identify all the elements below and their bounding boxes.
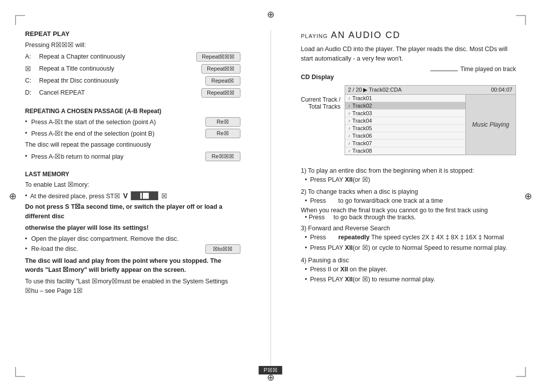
num-title-2: 2) To change tracks when a disc is playi… bbox=[301, 188, 516, 195]
track-row-7: ♪Track07 bbox=[345, 140, 465, 147]
track-name-5: Track05 bbox=[352, 125, 372, 131]
reload-btn: ☒to☒☒ bbox=[205, 244, 240, 254]
bullet-1: • bbox=[25, 118, 27, 125]
current-track-label: Current Track / bbox=[301, 96, 341, 103]
cd-display-content: ♪Track01 ♪Track02 ♪Track03 ♪Track04 ♪Tra… bbox=[345, 95, 515, 155]
bullet-sym-3b: • bbox=[305, 243, 307, 253]
bullet-sym-4b: • bbox=[305, 275, 307, 284]
num-bullet-4b: • Press PLAY XII(or ☒) to resume normal … bbox=[301, 275, 516, 284]
memory-text: At the desired place, press ST☒ bbox=[30, 192, 120, 200]
bullet-sym-1: • bbox=[305, 175, 307, 185]
repeat-item-d: D: Cancel REPEAT Repeat☒☒ bbox=[25, 88, 240, 98]
track-name-2: Track02 bbox=[352, 103, 372, 109]
track-name-3: Track03 bbox=[352, 110, 372, 116]
track-row-3: ♪Track03 bbox=[345, 110, 465, 117]
ab-item-2-text: Press A-☒t the end of the selection (poi… bbox=[31, 130, 201, 137]
cd-track-info: 2 / 20 ▶ Track02:CDA bbox=[348, 87, 402, 93]
bullet-4: • bbox=[25, 235, 27, 242]
repeat-desc-b: Repeat a Title continuously bbox=[39, 65, 197, 72]
memory-reload: • Re-load the disc. ☒to☒☒ bbox=[25, 244, 240, 254]
track-name-4: Track04 bbox=[352, 118, 372, 124]
track-row-5: ♪Track05 bbox=[345, 125, 465, 132]
num-bullet-1: • Press PLAY XII(or ☒) bbox=[301, 175, 516, 185]
right-col-title: PLAYING AN AUDIO CD bbox=[301, 30, 516, 41]
numbered-item-3: 3) Forward and Reverse Search • Press re… bbox=[301, 225, 516, 253]
num-bullet-text-2: Press to go forward/back one track at a … bbox=[310, 196, 443, 206]
num-title-3: 3) Forward and Reverse Search bbox=[301, 225, 516, 232]
track-icon-4: ♪ bbox=[348, 118, 351, 123]
num-note-2: When you reach the final track you canno… bbox=[301, 207, 516, 214]
track-row-6: ♪Track06 bbox=[345, 132, 465, 140]
bar-segment-1 bbox=[140, 193, 142, 199]
v-symbol: V bbox=[123, 192, 128, 200]
page-number: P☒☒ bbox=[258, 366, 282, 374]
track-row-4: ♪Track04 bbox=[345, 117, 465, 125]
repeat-desc-a: Repeat a Chapter continuously bbox=[39, 53, 192, 60]
cd-track-list: ♪Track01 ♪Track02 ♪Track03 ♪Track04 ♪Tra… bbox=[345, 95, 465, 155]
bullet-sym-4a: • bbox=[305, 265, 307, 274]
play-prefix: PLAYING bbox=[301, 33, 328, 39]
repeat-label-a: A: bbox=[25, 53, 35, 60]
track-icon-2: ♪ bbox=[348, 103, 351, 108]
track-labels: Current Track / Total Tracks bbox=[301, 82, 341, 161]
memory-bar bbox=[131, 191, 158, 200]
ab-note: The disc will repeat the passage continu… bbox=[25, 140, 240, 150]
bar-segment-2 bbox=[143, 193, 149, 199]
memory-system-note: To use this facility "Last ☒mory☒must be… bbox=[25, 277, 240, 296]
memory-row: • At the desired place, press ST☒ V ☒ bbox=[25, 191, 240, 200]
num-bullet-text-3a: Press repeatedly The speed cycles 2X ‡ 4… bbox=[310, 233, 504, 242]
track-icon-1: ♪ bbox=[348, 96, 351, 101]
reload-text: Re-load the disc. bbox=[31, 245, 201, 252]
track-row-8: ♪Track08 bbox=[345, 147, 465, 155]
cd-display-wrapper: Current Track / Total Tracks 2 / 20 ▶ Tr… bbox=[301, 82, 516, 161]
track-name-7: Track07 bbox=[352, 140, 372, 146]
track-icon-5: ♪ bbox=[348, 126, 351, 131]
track-icon-6: ♪ bbox=[348, 133, 351, 138]
repeat-label-b: ☒ bbox=[25, 65, 35, 73]
repeat-label-d: D: bbox=[25, 89, 35, 96]
cd-display-header: 2 / 20 ▶ Track02:CDA 00:04:07 bbox=[345, 86, 515, 95]
numbered-item-2: 2) To change tracks when a disc is playi… bbox=[301, 188, 516, 221]
cd-display-label: CD Display bbox=[301, 74, 516, 81]
left-column: REPEAT PLAY Pressing R☒☒☒ will: A: Repea… bbox=[25, 30, 245, 372]
track-name-1: Track01 bbox=[352, 95, 372, 101]
repeat-btn-c: Repeat☒ bbox=[205, 76, 240, 86]
memory-warning-1: Do not press S T☒a second time, or switc… bbox=[25, 202, 240, 221]
num-bullet-text-4a: Press II or XII on the player. bbox=[310, 265, 387, 274]
memory-open-disc: • Open the player disc compartment. Remo… bbox=[25, 235, 240, 242]
cd-playing-panel: Music Playing bbox=[465, 95, 515, 155]
num-bullet-3a: • Press repeatedly The speed cycles 2X ‡… bbox=[301, 233, 516, 242]
bullet-5: • bbox=[25, 245, 27, 252]
repeat-play-title: REPEAT PLAY bbox=[25, 30, 240, 38]
ab-repeat-title: REPEATING A CHOSEN PASSAGE (A-B Repeat) bbox=[25, 108, 240, 115]
ab-item-3: • Press A-☒b return to normal play Re☒☒☒ bbox=[25, 152, 240, 161]
repeat-btn-a: Repeat☒☒☒ bbox=[196, 52, 240, 62]
total-tracks-label: Total Tracks bbox=[301, 103, 341, 110]
column-divider bbox=[270, 30, 271, 372]
time-annotation-text: Time played on track bbox=[460, 66, 516, 73]
track-icon-3: ♪ bbox=[348, 111, 351, 116]
repeat-desc-c: Repeat thr Disc continuously bbox=[39, 77, 201, 84]
cd-display-box: 2 / 20 ▶ Track02:CDA 00:04:07 ♪Track01 ♪… bbox=[345, 85, 516, 155]
repeat-item-b: ☒ Repeat a Title continuously Repeat☒☒ bbox=[25, 64, 240, 74]
ab-item-1-text: Press A-☒t the start of the selection (p… bbox=[31, 118, 201, 126]
repeat-label-c: C: bbox=[25, 77, 35, 84]
bullet-2: • bbox=[25, 130, 27, 137]
track-row-1: ♪Track01 bbox=[345, 95, 465, 102]
numbered-item-4: 4) Pausing a disc • Press II or XII on t… bbox=[301, 257, 516, 285]
repeat-item-c: C: Repeat thr Disc continuously Repeat☒ bbox=[25, 76, 240, 86]
track-name-8: Track08 bbox=[352, 148, 372, 154]
ab-item-3-text: Press A-☒b return to normal play bbox=[31, 153, 201, 160]
bullet-sym-2: • bbox=[305, 196, 307, 206]
track-row-2: ♪Track02 bbox=[345, 102, 465, 110]
num-title-1: 1) To play an entire disc from the begin… bbox=[301, 167, 516, 174]
num-bullet-4a: • Press II or XII on the player. bbox=[301, 265, 516, 274]
numbered-item-1: 1) To play an entire disc from the begin… bbox=[301, 167, 516, 185]
ab-btn-1: Re☒ bbox=[205, 117, 240, 127]
right-column: PLAYING AN AUDIO CD Load an Audio CD int… bbox=[296, 30, 516, 372]
ab-item-1: • Press A-☒t the start of the selection … bbox=[25, 117, 240, 127]
bullet-sym-3a: • bbox=[305, 233, 307, 242]
repeat-item-a: A: Repeat a Chapter continuously Repeat☒… bbox=[25, 52, 240, 62]
last-memory-intro: To enable Last ☒mory: bbox=[25, 180, 240, 190]
ab-btn-3: Re☒☒☒ bbox=[205, 152, 240, 161]
